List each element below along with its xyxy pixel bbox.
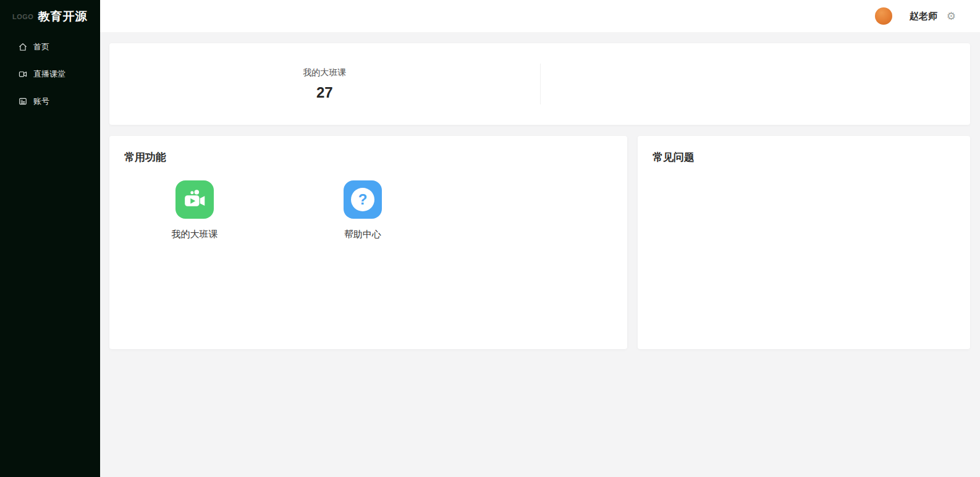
faq-card: 常见问题 bbox=[638, 136, 970, 349]
question-icon: ? bbox=[344, 180, 382, 219]
quick-action-label: 帮助中心 bbox=[344, 229, 381, 240]
sidebar-item-label: 直播课堂 bbox=[33, 69, 65, 80]
quick-actions-grid: 我的大班课 ? 帮助中心 bbox=[124, 180, 612, 240]
stats-card: 我的大班课 27 bbox=[109, 43, 970, 125]
gear-icon[interactable]: ⚙ bbox=[947, 11, 956, 22]
quick-actions-card: 常用功能 我的大班课 bbox=[109, 136, 627, 349]
stat-empty-slot bbox=[540, 43, 971, 125]
quick-action-my-classes[interactable]: 我的大班课 bbox=[145, 180, 244, 240]
quick-actions-title: 常用功能 bbox=[124, 150, 612, 164]
sidebar-item-live-classroom[interactable]: 直播课堂 bbox=[0, 61, 100, 88]
app-logo: LOGO 教育开源 bbox=[0, 0, 100, 25]
sidebar-item-home[interactable]: 首页 bbox=[0, 33, 100, 61]
question-circle: ? bbox=[351, 188, 374, 211]
avatar[interactable] bbox=[875, 7, 892, 25]
account-icon bbox=[19, 97, 27, 106]
stat-label: 我的大班课 bbox=[303, 67, 346, 78]
quick-action-help-center[interactable]: ? 帮助中心 bbox=[313, 180, 412, 240]
main-content: 我的大班课 27 常用功能 我 bbox=[100, 32, 980, 477]
cards-row: 常用功能 我的大班课 bbox=[109, 136, 970, 349]
faq-title: 常见问题 bbox=[653, 150, 955, 164]
user-name[interactable]: 赵老师 bbox=[910, 11, 937, 22]
sidebar: LOGO 教育开源 首页 直播课堂 bbox=[0, 0, 100, 477]
home-icon bbox=[19, 43, 27, 51]
logo-placeholder-text: LOGO bbox=[12, 13, 33, 20]
sidebar-item-account[interactable]: 账号 bbox=[0, 88, 100, 115]
stat-my-classes: 我的大班课 27 bbox=[109, 43, 540, 125]
stat-value: 27 bbox=[316, 84, 333, 101]
sidebar-nav: 首页 直播课堂 账号 bbox=[0, 33, 100, 115]
top-bar: 赵老师 ⚙ bbox=[100, 0, 980, 32]
quick-action-label: 我的大班课 bbox=[172, 229, 218, 240]
sidebar-item-label: 账号 bbox=[33, 96, 49, 107]
sidebar-item-label: 首页 bbox=[33, 41, 49, 53]
video-camera-icon bbox=[175, 180, 214, 219]
app-title: 教育开源 bbox=[38, 9, 87, 25]
live-classroom-icon bbox=[19, 70, 27, 78]
